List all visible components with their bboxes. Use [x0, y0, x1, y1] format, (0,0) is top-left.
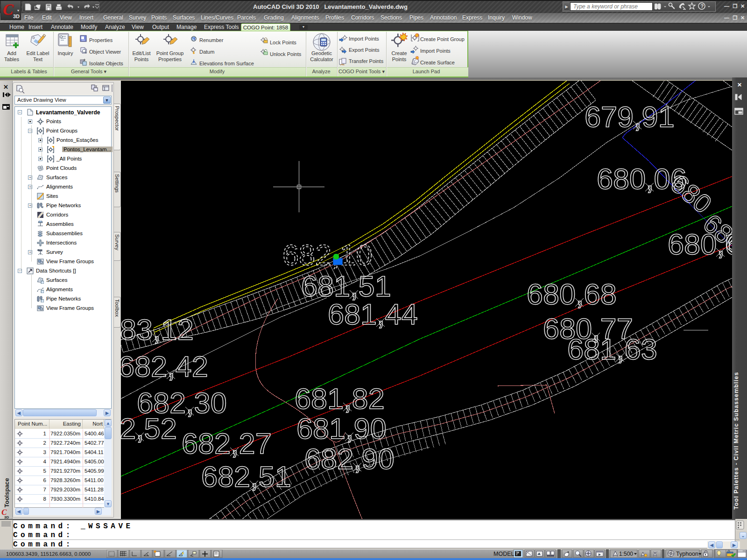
svg-text:682,90: 682,90: [304, 442, 395, 475]
svg-text:?: ?: [701, 3, 704, 9]
svg-text:1:500: 1:500: [619, 551, 633, 557]
svg-text:679,91: 679,91: [585, 100, 675, 133]
svg-text:Typhoon: Typhoon: [676, 551, 698, 557]
svg-text:682,10: 682,10: [282, 238, 373, 271]
svg-text:682,52: 682,52: [121, 412, 177, 445]
svg-text:681,82: 681,82: [295, 382, 385, 415]
svg-text:681,63: 681,63: [567, 333, 657, 365]
svg-text:682,42: 682,42: [121, 350, 208, 383]
svg-text:681,90: 681,90: [296, 412, 387, 445]
svg-text:680,68: 680,68: [527, 278, 617, 310]
svg-text:681,44: 681,44: [328, 298, 418, 330]
svg-text:682,27: 682,27: [182, 427, 272, 460]
svg-text:683,12: 683,12: [121, 313, 194, 346]
svg-text:682,51: 682,51: [201, 460, 291, 493]
